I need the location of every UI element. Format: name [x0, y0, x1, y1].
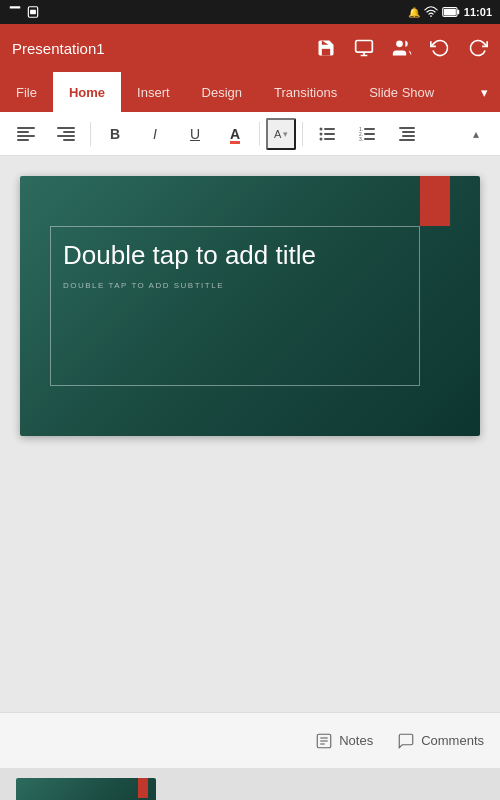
font-size-label: A: [274, 128, 281, 140]
toolbar-bold-btn[interactable]: B: [97, 118, 133, 150]
svg-rect-29: [399, 127, 415, 129]
slide-thumbnail-1[interactable]: 1: [16, 778, 156, 800]
thumb-red-tab: [138, 778, 148, 798]
status-time: 11:01: [464, 6, 492, 18]
svg-point-17: [320, 127, 323, 130]
svg-rect-26: [364, 133, 375, 135]
bullets-icon: [319, 127, 335, 141]
tab-slideshow[interactable]: Slide Show: [353, 72, 450, 112]
svg-rect-6: [444, 9, 456, 16]
svg-point-3: [430, 15, 432, 17]
toolbar-format-right-btn[interactable]: [48, 118, 84, 150]
svg-point-21: [320, 137, 323, 140]
svg-rect-22: [324, 138, 335, 140]
format-left-icon: [17, 127, 35, 141]
svg-rect-14: [63, 131, 75, 133]
sim-icon: [26, 5, 40, 19]
slide-subtitle-placeholder[interactable]: DOUBLE TAP TO ADD SUBTITLE: [63, 281, 407, 290]
tab-insert[interactable]: Insert: [121, 72, 186, 112]
tab-more[interactable]: ▾: [469, 72, 500, 112]
notes-icon: [315, 732, 333, 750]
status-bar: 🔔 11:01: [0, 0, 500, 24]
indent-icon: [399, 127, 415, 141]
main-content: Double tap to add title DOUBLE TAP TO AD…: [0, 156, 500, 712]
comments-icon: [397, 732, 415, 750]
svg-rect-32: [399, 139, 415, 141]
battery-icon: [442, 6, 460, 18]
notes-label: Notes: [339, 733, 373, 748]
slide-canvas[interactable]: Double tap to add title DOUBLE TAP TO AD…: [20, 176, 480, 436]
tab-file[interactable]: File: [0, 72, 53, 112]
svg-rect-12: [17, 139, 29, 141]
tab-transitions[interactable]: Transitions: [258, 72, 353, 112]
svg-rect-13: [57, 127, 75, 129]
undo-icon[interactable]: [430, 38, 450, 58]
android-icon: [8, 5, 22, 19]
wifi-icon: [424, 5, 438, 19]
toolbar-sep-1: [90, 122, 91, 146]
svg-rect-18: [324, 128, 335, 130]
toolbar-font-color-btn[interactable]: A: [217, 118, 253, 150]
numbering-icon: 1. 2. 3.: [359, 127, 375, 141]
slide-red-tab: [420, 176, 450, 226]
tab-home[interactable]: Home: [53, 72, 121, 112]
share-icon[interactable]: [392, 38, 412, 58]
toolbar: B I U A A ▾ 1. 2. 3.: [0, 112, 500, 156]
toolbar-collapse-btn[interactable]: ▴: [460, 118, 492, 150]
notes-button[interactable]: Notes: [315, 732, 373, 750]
svg-rect-9: [17, 127, 35, 129]
toolbar-underline-btn[interactable]: U: [177, 118, 213, 150]
thumbnail-strip: 1: [0, 768, 500, 800]
format-right-icon: [57, 127, 75, 141]
svg-rect-28: [364, 138, 375, 140]
font-size-chevron: ▾: [283, 129, 288, 139]
comments-label: Comments: [421, 733, 484, 748]
toolbar-font-size-btn[interactable]: A ▾: [266, 118, 296, 150]
save-icon[interactable]: [316, 38, 336, 58]
notification-icon: 🔔: [408, 7, 420, 18]
svg-rect-5: [457, 10, 459, 15]
slide-text-box[interactable]: Double tap to add title DOUBLE TAP TO AD…: [50, 226, 420, 386]
status-right-icons: 🔔 11:01: [408, 5, 492, 19]
toolbar-sep-2: [259, 122, 260, 146]
document-title: Presentation1: [12, 40, 105, 57]
toolbar-indent-btn[interactable]: [389, 118, 425, 150]
svg-rect-20: [324, 133, 335, 135]
svg-rect-16: [63, 139, 75, 141]
svg-rect-11: [17, 135, 35, 137]
svg-rect-31: [402, 135, 415, 137]
svg-rect-15: [57, 135, 75, 137]
title-bar: Presentation1: [0, 24, 500, 72]
present-icon[interactable]: [354, 38, 374, 58]
notes-bar: Notes Comments: [0, 712, 500, 768]
svg-point-8: [396, 41, 403, 48]
svg-rect-30: [402, 131, 415, 133]
svg-text:3.: 3.: [359, 136, 363, 141]
svg-rect-10: [17, 131, 29, 133]
tab-bar: File Home Insert Design Transitions Slid…: [0, 72, 500, 112]
svg-rect-24: [364, 128, 375, 130]
title-bar-icons: [316, 38, 488, 58]
slide-title-placeholder[interactable]: Double tap to add title: [63, 239, 407, 273]
toolbar-bullets-btn[interactable]: [309, 118, 345, 150]
status-left-icons: [8, 5, 40, 19]
comments-button[interactable]: Comments: [397, 732, 484, 750]
redo-icon[interactable]: [468, 38, 488, 58]
svg-rect-0: [10, 6, 21, 8]
toolbar-numbering-btn[interactable]: 1. 2. 3.: [349, 118, 385, 150]
svg-rect-7: [356, 41, 373, 53]
toolbar-sep-3: [302, 122, 303, 146]
svg-point-19: [320, 132, 323, 135]
tab-design[interactable]: Design: [186, 72, 258, 112]
font-color-a-label: A: [230, 126, 240, 142]
toolbar-format-left-btn[interactable]: [8, 118, 44, 150]
svg-rect-2: [30, 10, 36, 15]
toolbar-italic-btn[interactable]: I: [137, 118, 173, 150]
